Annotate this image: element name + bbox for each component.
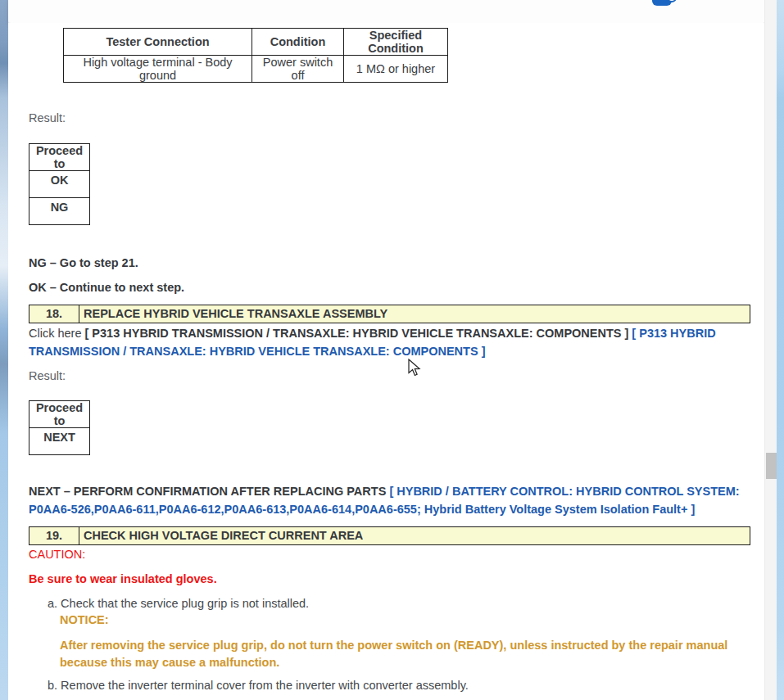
step-19-header: 19. CHECK HIGH VOLTAGE DIRECT CURRENT AR… (29, 526, 750, 545)
result-label: Result: (29, 111, 66, 124)
col-header-condition: Condition (252, 29, 344, 56)
step-18-title: REPLACE HYBRID VEHICLE TRANSAXLE ASSEMBL… (79, 305, 387, 323)
spec-condition-table: Tester Connection Condition Specified Co… (63, 28, 448, 83)
vertical-scrollbar[interactable] (764, 0, 777, 700)
top-toolbar (8, 0, 765, 23)
caution-label: CAUTION: (29, 548, 85, 561)
notice-text: After removing the service plug grip, do… (60, 637, 740, 671)
announcement-icon[interactable] (652, 0, 680, 7)
notice-label: NOTICE: (60, 613, 109, 626)
click-here-paragraph: Click here [ P313 HYBRID TRANSMISSION / … (29, 325, 751, 360)
procedure-reference-bold: [ P313 HYBRID TRANSMISSION / TRANSAXLE: … (85, 327, 632, 340)
step-18-header: 18. REPLACE HYBRID VEHICLE TRANSAXLE ASS… (29, 305, 750, 323)
proceed-table-next: Proceed to NEXT (29, 400, 90, 455)
substep-b-text: Remove the inverter terminal cover from … (61, 679, 469, 692)
next-confirmation-text: NEXT – PERFORM CONFIRMATION AFTER REPLAC… (29, 485, 389, 498)
proceed-cell-next: NEXT (29, 428, 90, 455)
window-right-edge (777, 0, 784, 700)
col-header-tester-connection: Tester Connection (64, 29, 252, 56)
table-row: High voltage terminal - Body ground Powe… (64, 56, 448, 83)
window-left-edge (0, 0, 8, 700)
substep-b-marker: b. (48, 679, 57, 692)
step-19-number: 19. (29, 527, 79, 544)
cell-condition: Power switch off (252, 56, 344, 83)
result-label: Result: (29, 369, 66, 382)
step-18-number: 18. (29, 305, 79, 323)
proceed-table-ok-ng: Proceed to OK NG (29, 143, 90, 225)
substep-a: a.Check that the service plug grip is no… (48, 597, 309, 610)
scrollbar-thumb[interactable] (766, 453, 777, 479)
col-header-specified-condition: Specified Condition (344, 29, 448, 56)
document-content: Tester Connection Condition Specified Co… (8, 23, 764, 700)
substep-b: b.Remove the inverter terminal cover fro… (48, 679, 469, 692)
caution-text: Be sure to wear insulated gloves. (29, 572, 217, 585)
ng-result-line: NG – Go to step 21. (29, 256, 138, 269)
cell-specified-condition: 1 MΩ or higher (344, 56, 448, 83)
substep-a-text: Check that the service plug grip is not … (61, 597, 309, 610)
table-header-row: Tester Connection Condition Specified Co… (64, 29, 448, 56)
proceed-cell-ng: NG (29, 198, 90, 225)
proceed-cell-ok: OK (29, 171, 90, 198)
ok-result-line: OK – Continue to next step. (29, 281, 184, 294)
cell-tester-connection: High voltage terminal - Body ground (64, 56, 252, 83)
proceed-header: Proceed to (29, 401, 90, 428)
click-here-text: Click here (29, 327, 85, 340)
step-19-title: CHECK HIGH VOLTAGE DIRECT CURRENT AREA (79, 527, 363, 544)
substep-a-marker: a. (48, 597, 57, 610)
app-window: Tester Connection Condition Specified Co… (0, 0, 784, 700)
next-confirmation-paragraph: NEXT – PERFORM CONFIRMATION AFTER REPLAC… (29, 483, 751, 518)
proceed-header: Proceed to (29, 144, 90, 171)
